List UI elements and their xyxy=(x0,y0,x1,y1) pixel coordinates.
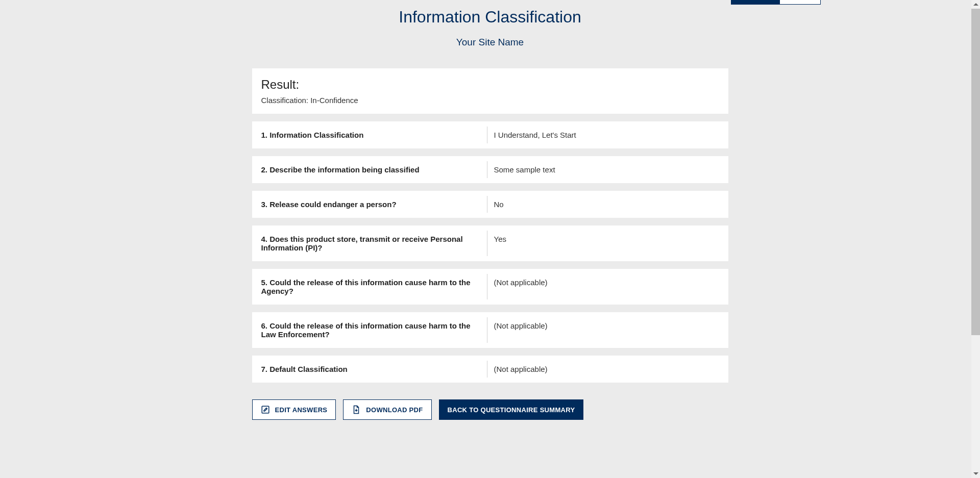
answer-value: (Not applicable) xyxy=(487,356,555,383)
edit-answers-button[interactable]: EDIT ANSWERS xyxy=(252,399,336,420)
qa-row: 7. Default Classification (Not applicabl… xyxy=(252,356,728,383)
language-switcher-partial xyxy=(731,0,821,5)
question-label: 2. Describe the information being classi… xyxy=(252,156,487,183)
result-value: Classification: In-Confidence xyxy=(261,96,719,105)
qa-row: 6. Could the release of this information… xyxy=(252,312,728,348)
page-title: Information Classification xyxy=(93,8,887,27)
answer-value: (Not applicable) xyxy=(487,312,555,348)
question-label: 7. Default Classification xyxy=(252,356,487,383)
qa-row: 5. Could the release of this information… xyxy=(252,269,728,305)
svg-rect-0 xyxy=(262,406,269,413)
language-active-segment xyxy=(731,0,780,4)
result-card: Result: Classification: In-Confidence xyxy=(252,68,728,114)
question-label: 3. Release could endanger a person? xyxy=(252,191,487,218)
result-heading: Result: xyxy=(261,78,719,92)
answer-value: Some sample text xyxy=(487,156,562,183)
answer-value: No xyxy=(487,191,511,218)
back-to-summary-button[interactable]: BACK TO QUESTIONNAIRE SUMMARY xyxy=(439,399,584,420)
answer-value: I Understand, Let's Start xyxy=(487,121,583,148)
back-to-summary-label: BACK TO QUESTIONNAIRE SUMMARY xyxy=(448,406,575,414)
edit-answers-label: EDIT ANSWERS xyxy=(275,406,328,414)
scrollbar-track[interactable] xyxy=(971,0,980,478)
qa-row: 4. Does this product store, transmit or … xyxy=(252,225,728,261)
question-label: 4. Does this product store, transmit or … xyxy=(252,225,487,261)
question-label: 1. Information Classification xyxy=(252,121,487,148)
scrollbar-thumb[interactable] xyxy=(971,9,980,335)
download-pdf-button[interactable]: DOWNLOAD PDF xyxy=(343,399,431,420)
answer-value: Yes xyxy=(487,225,513,261)
qa-row: 3. Release could endanger a person? No xyxy=(252,191,728,218)
qa-row: 1. Information Classification I Understa… xyxy=(252,121,728,148)
file-pdf-icon xyxy=(352,405,361,414)
download-pdf-label: DOWNLOAD PDF xyxy=(366,406,423,414)
question-label: 6. Could the release of this information… xyxy=(252,312,487,348)
scroll-arrow-up-icon[interactable] xyxy=(971,0,980,9)
qa-row: 2. Describe the information being classi… xyxy=(252,156,728,183)
answer-value: (Not applicable) xyxy=(487,269,555,305)
site-name: Your Site Name xyxy=(93,37,887,48)
question-label: 5. Could the release of this information… xyxy=(252,269,487,305)
actions-row: EDIT ANSWERS DOWNLOAD PDF BACK TO QUESTI… xyxy=(252,390,728,435)
scroll-arrow-down-icon[interactable] xyxy=(971,469,980,478)
edit-icon xyxy=(261,405,270,414)
